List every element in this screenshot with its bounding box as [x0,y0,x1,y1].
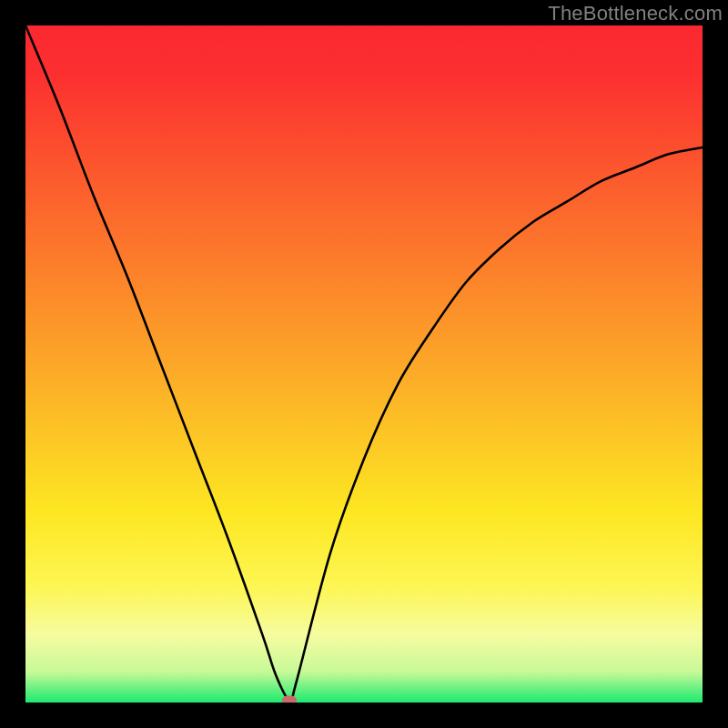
chart-container: TheBottleneck.com [0,0,728,728]
curve-minimum-marker [282,695,297,703]
watermark-label: TheBottleneck.com [548,2,723,25]
curve-path [25,25,703,702]
plot-area [25,25,703,703]
bottleneck-curve [25,25,703,703]
